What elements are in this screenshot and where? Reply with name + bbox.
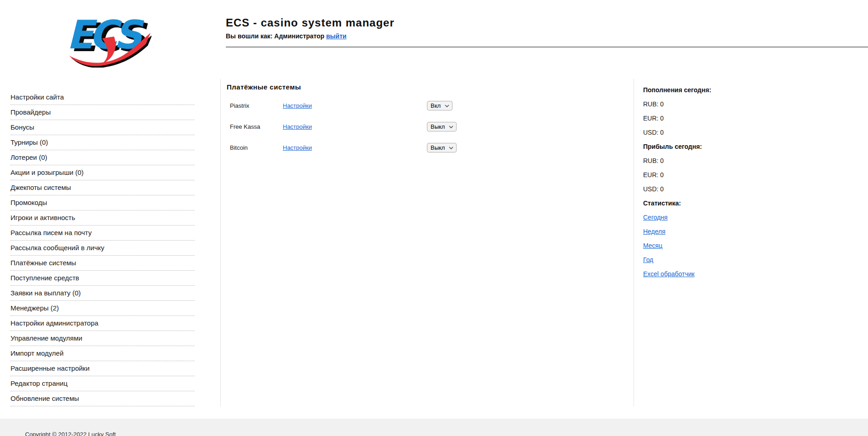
ecs-logo-graphic: ECS ECS — [64, 9, 151, 68]
section-title: Платёжные системы — [227, 83, 619, 91]
payment-state-select-wrap: Выкл — [427, 122, 457, 131]
sidebar-item-admin-settings[interactable]: Настройки администратора — [10, 316, 195, 331]
sidebar-item-managers[interactable]: Менеджеры (2) — [10, 301, 195, 316]
payment-settings-link[interactable]: Настройки — [283, 123, 427, 130]
sidebar-item-pm-mailing[interactable]: Рассылка сообщений в личку — [10, 241, 195, 256]
sidebar-item-tournaments[interactable]: Турниры (0) — [10, 135, 195, 150]
payment-state-select-wrap: Вкл — [427, 101, 452, 110]
copyright-text: Copyright © 2012-2022 Lucky Soft — [25, 431, 116, 436]
payment-systems-panel: Платёжные системы Piastrix Настройки Вкл… — [227, 83, 619, 152]
payment-row-bitcoin: Bitcoin Настройки Выкл — [230, 143, 619, 152]
sidebar-item-module-control[interactable]: Управление модулями — [10, 331, 195, 346]
profit-usd: USD: 0 — [643, 182, 753, 196]
deposits-today-title: Пополнения сегодня: — [643, 83, 753, 97]
profit-today-title: Прибыль сегодня: — [643, 140, 753, 154]
deposits-rub: RUB: 0 — [643, 97, 753, 111]
stats-link-year[interactable]: Год — [643, 256, 653, 263]
sidebar-item-payment-systems[interactable]: Платёжные системы — [10, 256, 195, 271]
stats-link-today[interactable]: Сегодня — [643, 214, 668, 221]
sidebar-menu: Настройки сайта Провайдеры Бонусы Турнир… — [10, 90, 195, 406]
deposits-eur: EUR: 0 — [643, 111, 753, 126]
deposits-usd: USD: 0 — [643, 126, 753, 140]
sidebar-item-players[interactable]: Игроки и активность — [10, 210, 195, 226]
sidebar-item-email-mailing[interactable]: Рассылка писем на почту — [10, 226, 195, 241]
header-divider — [226, 47, 868, 47]
sidebar-item-bonuses[interactable]: Бонусы — [10, 120, 195, 135]
sidebar-item-jackpots[interactable]: Джекпоты системы — [10, 180, 195, 195]
sidebar-item-providers[interactable]: Провайдеры — [10, 105, 195, 120]
login-status: Вы вошли как: Администратор выйти — [226, 32, 395, 40]
profit-rub: RUB: 0 — [643, 154, 753, 168]
sidebar-item-promotions[interactable]: Акции и розыгрыши (0) — [10, 165, 195, 180]
payment-name: Piastrix — [230, 102, 283, 109]
payment-name: Free Kassa — [230, 123, 283, 130]
stats-link-month[interactable]: Месяц — [643, 242, 662, 249]
payment-name: Bitcoin — [230, 144, 283, 151]
payment-state-select[interactable]: Выкл — [427, 122, 457, 131]
sidebar-item-advanced[interactable]: Расширенные настройки — [10, 361, 195, 376]
profit-eur: EUR: 0 — [643, 168, 753, 182]
stats-panel: Пополнения сегодня: RUB: 0 EUR: 0 USD: 0… — [643, 83, 753, 281]
payment-row-piastrix: Piastrix Настройки Вкл — [230, 101, 619, 110]
sidebar-item-promocodes[interactable]: Промокоды — [10, 195, 195, 210]
sidebar-item-system-update[interactable]: Обновление системы — [10, 391, 195, 406]
stats-link-week[interactable]: Неделя — [643, 228, 665, 235]
sidebar-item-payout-requests[interactable]: Заявки на выплату (0) — [10, 286, 195, 301]
payment-settings-link[interactable]: Настройки — [283, 102, 427, 109]
sidebar-item-site-settings[interactable]: Настройки сайта — [10, 90, 195, 105]
payment-row-freekassa: Free Kassa Настройки Выкл — [230, 122, 619, 131]
statistics-title: Статистика: — [643, 196, 753, 210]
sidebar-item-module-import[interactable]: Импорт модулей — [10, 346, 195, 361]
stats-link-excel-processor[interactable]: Excel обработчик — [643, 270, 695, 278]
payment-state-select[interactable]: Вкл — [427, 101, 452, 110]
sidebar-item-page-editor[interactable]: Редактор страниц — [10, 376, 195, 391]
divider-main-stats — [634, 79, 634, 406]
payment-state-select-wrap: Выкл — [427, 143, 457, 152]
divider-sidebar-main — [220, 79, 221, 406]
payment-settings-link[interactable]: Настройки — [283, 144, 427, 151]
sidebar-item-incoming-funds[interactable]: Поступление средств — [10, 271, 195, 286]
footer: Copyright © 2012-2022 Lucky Soft — [0, 419, 868, 436]
ecs-logo: ECS ECS — [64, 9, 151, 68]
login-status-text: Вы вошли как: Администратор — [226, 32, 324, 40]
page-title: ECS - casino system manager — [226, 16, 395, 29]
logout-link[interactable]: выйти — [326, 32, 347, 40]
payment-state-select[interactable]: Выкл — [427, 143, 457, 152]
sidebar-item-lotteries[interactable]: Лотереи (0) — [10, 150, 195, 165]
